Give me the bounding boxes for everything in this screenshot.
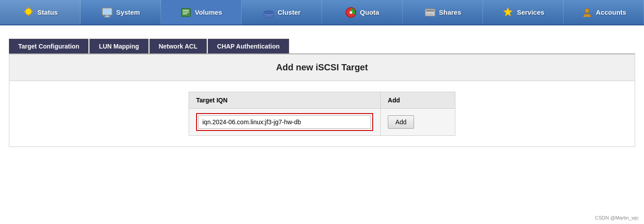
table-row: Add (189, 109, 455, 136)
nav-system-label: System (116, 8, 140, 16)
nav-item-services[interactable]: Services (483, 0, 564, 24)
form-title: Add new iSCSI Target (9, 54, 635, 81)
svg-point-0 (25, 8, 32, 15)
svg-rect-10 (183, 10, 189, 11)
col-iqn-header: Target IQN (189, 92, 381, 109)
svg-marker-22 (503, 8, 512, 16)
cluster-icon (262, 6, 275, 19)
form-body: Target IQN Add (9, 81, 635, 147)
nav-cluster-label: Cluster (278, 8, 301, 16)
tab-bar: Target Configuration LUN Mapping Network… (9, 39, 635, 54)
iqn-cell (189, 109, 381, 136)
nav-item-system[interactable]: System (80, 0, 161, 24)
footer-watermark: CSDN @Martin_wjc (595, 215, 639, 220)
svg-rect-19 (426, 10, 434, 12)
tab-chap-authentication[interactable]: CHAP Authentication (208, 39, 289, 53)
add-button[interactable]: Add (388, 115, 414, 129)
main-content: Target Configuration LUN Mapping Network… (0, 25, 644, 156)
tab-target-configuration[interactable]: Target Configuration (9, 39, 89, 53)
nav-volumes-label: Volumes (195, 8, 222, 16)
iqn-input-wrapper (196, 113, 373, 131)
shares-icon (424, 6, 436, 19)
svg-point-15 (264, 11, 274, 14)
nav-item-quota[interactable]: Quota (322, 0, 402, 24)
tab-lun-mapping[interactable]: LUN Mapping (89, 39, 148, 53)
add-cell: Add (381, 109, 455, 136)
nav-quota-label: Quota (360, 8, 379, 16)
iqn-table: Target IQN Add (189, 92, 455, 136)
nav-item-shares[interactable]: Shares (402, 0, 483, 24)
nav-shares-label: Shares (439, 8, 461, 16)
svg-rect-12 (183, 13, 187, 14)
iqn-input[interactable] (198, 115, 371, 129)
nav-item-volumes[interactable]: Volumes (161, 0, 242, 24)
svg-rect-11 (183, 12, 189, 12)
nav-item-status[interactable]: Status (0, 0, 80, 24)
nav-services-label: Services (517, 8, 544, 16)
accounts-icon (581, 6, 593, 19)
col-add-header: Add (381, 92, 455, 109)
system-icon (101, 6, 113, 19)
nav-item-cluster[interactable]: Cluster (242, 0, 322, 24)
svg-rect-8 (104, 16, 110, 17)
svg-rect-21 (429, 14, 433, 15)
svg-point-23 (585, 8, 589, 13)
nav-item-accounts[interactable]: Accounts (564, 0, 644, 24)
form-section: Add new iSCSI Target Target IQN Add (9, 54, 635, 147)
quota-icon (345, 6, 357, 19)
nav-accounts-label: Accounts (596, 8, 626, 16)
svg-rect-6 (103, 9, 111, 14)
nav-bar: Status System Volumes (0, 0, 644, 25)
tab-network-acl[interactable]: Network ACL (149, 39, 207, 53)
nav-status-label: Status (37, 8, 58, 16)
volumes-icon (180, 6, 192, 19)
svg-point-17 (350, 11, 352, 14)
services-icon (502, 6, 514, 19)
status-icon (22, 6, 35, 19)
svg-point-20 (427, 13, 428, 15)
